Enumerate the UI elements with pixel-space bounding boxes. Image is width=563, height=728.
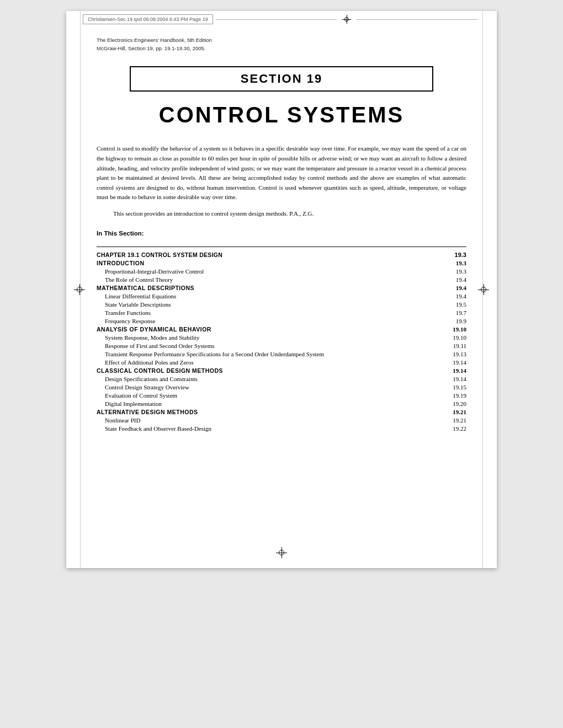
- toc-page-num: 19.19: [445, 392, 466, 400]
- intro-paragraph1: Control is used to modify the behavior o…: [97, 144, 466, 202]
- toc-page-num: 19.11: [445, 342, 466, 350]
- toc-row: Response of First and Second Order Syste…: [97, 342, 466, 350]
- header-line1: The Electronics Engineers' Handbook, 5th…: [97, 36, 466, 44]
- toc-row: Design Specifications and Constraints19.…: [97, 375, 466, 383]
- toc-page-num: 19.3: [445, 259, 466, 267]
- bottom-crosshair-icon: [276, 547, 287, 558]
- toc-entry-text: The Role of Control Theory: [97, 276, 445, 284]
- toc-page-num: 19.7: [445, 309, 466, 317]
- toc-page-num: 19.15: [445, 383, 466, 392]
- toc-entry-text: MATHEMATICAL DESCRIPTIONS: [97, 284, 445, 292]
- section-title-box: SECTION 19: [130, 66, 433, 92]
- toc-entry-text: Evaluation of Control System: [97, 392, 445, 400]
- header-info: The Electronics Engineers' Handbook, 5th…: [97, 36, 466, 52]
- toc-page-num: 19.22: [445, 425, 466, 433]
- toc-entry-text: Control Design Strategy Overview: [97, 383, 445, 392]
- toc-entry-text: CHAPTER 19.1 CONTROL SYSTEM DESIGN: [97, 251, 445, 259]
- main-title: CONTROL SYSTEMS: [97, 103, 466, 127]
- toc-page-num: 19.3: [445, 267, 466, 276]
- toc-entry-text: Transfer Functions: [97, 309, 445, 317]
- toc-entry-text: ANALYSIS OF DYNAMICAL BEHAVIOR: [97, 325, 445, 334]
- toc-row: Frequency Response19.9: [97, 317, 466, 325]
- toc-row: State Variable Descriptions19.5: [97, 301, 466, 309]
- toc-entry-text: System Response, Modes and Stability: [97, 334, 445, 342]
- toc-page-num: 19.13: [445, 350, 466, 358]
- toc-row: ALTERNATIVE DESIGN METHODS19.21: [97, 408, 466, 416]
- toc-row: CHAPTER 19.1 CONTROL SYSTEM DESIGN19.3: [97, 251, 466, 259]
- toc-entry-text: INTRODUCTION: [97, 259, 445, 267]
- toc-entry-text: Digital Implementation: [97, 400, 445, 408]
- toc-page-num: 19.21: [445, 416, 466, 425]
- toc-entry-text: ALTERNATIVE DESIGN METHODS: [97, 408, 445, 416]
- toc-row: Digital Implementation19.20: [97, 400, 466, 408]
- toc-row: Effect of Additional Poles and Zeros19.1…: [97, 358, 466, 367]
- toc-entry-text: State Variable Descriptions: [97, 301, 445, 309]
- toc-entry-text: State Feedback and Observer Based-Design: [97, 425, 445, 433]
- toc-page-num: 19.4: [445, 276, 466, 284]
- toc-page-num: 19.14: [445, 375, 466, 383]
- toc-row: Proportional-Integral-Derivative Control…: [97, 267, 466, 276]
- toc-row: Control Design Strategy Overview19.15: [97, 383, 466, 392]
- toc-row: Evaluation of Control System19.19: [97, 392, 466, 400]
- toc-entry-text: Transient Response Performance Specifica…: [97, 350, 445, 358]
- toc-row: Linear Differential Equations19.4: [97, 292, 466, 301]
- top-crosshair-icon: [342, 15, 351, 24]
- top-bar: Christiansen-Sec.19.qxd 06:08:2004 6:43 …: [66, 11, 497, 28]
- right-crosshair-icon: [478, 284, 489, 295]
- file-info: Christiansen-Sec.19.qxd 06:08:2004 6:43 …: [83, 14, 213, 24]
- toc-row: ANALYSIS OF DYNAMICAL BEHAVIOR19.10: [97, 325, 466, 334]
- toc-row: MATHEMATICAL DESCRIPTIONS19.4: [97, 284, 466, 292]
- toc-table: CHAPTER 19.1 CONTROL SYSTEM DESIGN19.3IN…: [97, 243, 466, 433]
- toc-row: System Response, Modes and Stability19.1…: [97, 334, 466, 342]
- toc-entry-text: CLASSICAL CONTROL DESIGN METHODS: [97, 367, 445, 375]
- toc-page-num: 19.21: [445, 408, 466, 416]
- toc-entry-text: Effect of Additional Poles and Zeros: [97, 358, 445, 367]
- section-title: SECTION 19: [241, 72, 322, 85]
- toc-row: The Role of Control Theory19.4: [97, 276, 466, 284]
- toc-page-num: 19.3: [445, 251, 466, 259]
- in-this-section-label: In This Section:: [97, 230, 466, 237]
- toc-row: CLASSICAL CONTROL DESIGN METHODS19.14: [97, 367, 466, 375]
- toc-entry-text: Frequency Response: [97, 317, 445, 325]
- toc-row: INTRODUCTION19.3: [97, 259, 466, 267]
- toc-entry-text: Linear Differential Equations: [97, 292, 445, 301]
- toc-page-num: 19.14: [445, 367, 466, 375]
- toc-page-num: 19.9: [445, 317, 466, 325]
- toc-row: Nonlinear PID19.21: [97, 416, 466, 425]
- header-line2: McGraw-Hill, Section 19, pp. 19.1-19.30,…: [97, 44, 466, 52]
- toc-row: State Feedback and Observer Based-Design…: [97, 425, 466, 433]
- toc-row: Transient Response Performance Specifica…: [97, 350, 466, 358]
- toc-row: Transfer Functions19.7: [97, 309, 466, 317]
- toc-page-num: 19.10: [445, 334, 466, 342]
- toc-entry-text: Response of First and Second Order Syste…: [97, 342, 445, 350]
- left-crosshair-icon: [74, 284, 85, 295]
- toc-page-num: 19.10: [445, 325, 466, 334]
- toc-page-num: 19.14: [445, 358, 466, 367]
- toc-entry-text: Nonlinear PID: [97, 416, 445, 425]
- intro-paragraph2: This section provides an introduction to…: [97, 209, 466, 219]
- toc-page-num: 19.20: [445, 400, 466, 408]
- toc-page-num: 19.4: [445, 284, 466, 292]
- toc-page-num: 19.5: [445, 301, 466, 309]
- toc-page-num: 19.4: [445, 292, 466, 301]
- toc-entry-text: Proportional-Integral-Derivative Control: [97, 267, 445, 276]
- toc-entry-text: Design Specifications and Constraints: [97, 375, 445, 383]
